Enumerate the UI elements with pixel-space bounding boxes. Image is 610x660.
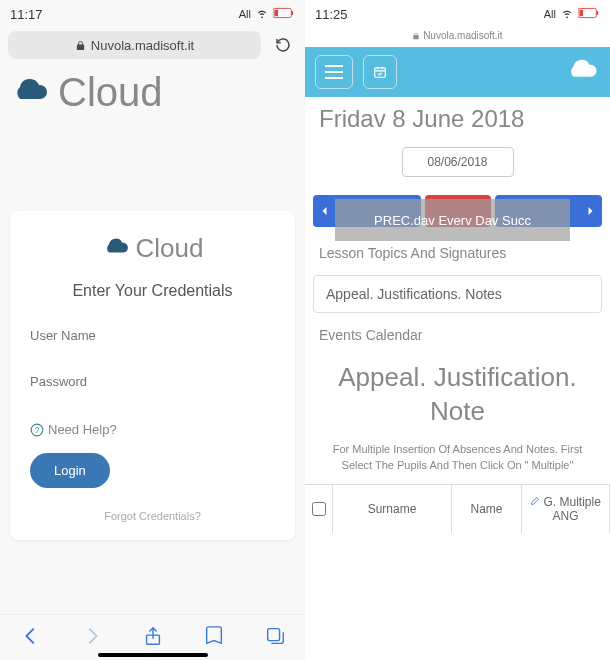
svg-rect-8 [596, 11, 598, 15]
col-surname[interactable]: Surname [333, 485, 452, 533]
url-text: Nuvola.madisoft.it [91, 38, 194, 53]
lock-icon [412, 32, 420, 40]
date-input[interactable] [402, 147, 514, 177]
calendar-button[interactable] [363, 55, 397, 89]
share-button[interactable] [142, 625, 164, 651]
status-time: 11:25 [315, 7, 348, 22]
select-all-checkbox[interactable] [305, 485, 333, 533]
battery-icon [273, 7, 295, 21]
calendar-check-icon [373, 65, 387, 79]
chevron-left-icon [20, 625, 42, 647]
share-icon [142, 625, 164, 647]
tabs-icon [264, 625, 286, 647]
arrow-right-icon [584, 205, 596, 217]
cloud-icon [564, 58, 600, 86]
date-title: Fridav 8 June 2018 [305, 97, 610, 147]
login-subtitle: Enter Your Credentials [30, 282, 275, 300]
today-button[interactable] [425, 195, 491, 227]
cloud-header: Cloud [0, 62, 305, 121]
browser-bar: Nuvola.madisoft.it [0, 28, 305, 62]
appeal-box[interactable]: Appeal. Justifications. Notes [313, 275, 602, 313]
svg-rect-1 [291, 11, 293, 15]
lock-icon [75, 40, 86, 51]
svg-rect-9 [579, 10, 583, 16]
col-multiple[interactable]: G. Multiple ANG [522, 485, 610, 533]
mini-url[interactable]: Nuvola.madisoft.it [305, 28, 610, 47]
url-box[interactable]: Nuvola.madisoft.it [8, 31, 261, 59]
status-carrier: All [544, 8, 556, 20]
pupils-table-header: Surname Name G. Multiple ANG [305, 484, 610, 533]
edit-icon [530, 496, 540, 506]
book-icon [203, 625, 225, 647]
svg-rect-10 [375, 68, 386, 77]
status-time: 11:17 [10, 7, 43, 22]
forgot-link[interactable]: Forgot Credentials? [30, 510, 275, 522]
status-bar: 11:17 All [0, 0, 305, 28]
back-button[interactable] [20, 625, 42, 651]
wifi-icon [255, 6, 269, 22]
reload-icon [274, 36, 292, 54]
login-title: Cloud [136, 233, 204, 264]
lesson-topics-link[interactable]: Lesson Topics And Signatures [305, 245, 610, 261]
svg-rect-2 [274, 10, 278, 16]
arrow-left-icon [319, 205, 331, 217]
status-bar: 11:25 All [305, 0, 610, 28]
help-link[interactable]: ? Need Help? [30, 422, 275, 437]
col-name[interactable]: Name [452, 485, 522, 533]
description: For Multiple Insertion Of Absences And N… [305, 441, 610, 474]
login-button[interactable]: Login [30, 453, 110, 488]
forward-button[interactable] [81, 625, 103, 651]
page-title: Cloud [58, 70, 163, 115]
login-card: Cloud Enter Your Credentials ? Need Help… [10, 211, 295, 540]
day-nav [305, 195, 610, 227]
wifi-icon [560, 6, 574, 22]
bookmarks-button[interactable] [203, 625, 225, 651]
cloud-icon [102, 237, 130, 261]
username-input[interactable] [30, 320, 275, 352]
password-input[interactable] [30, 366, 275, 398]
home-indicator [98, 653, 208, 657]
reload-button[interactable] [269, 31, 297, 59]
cloud-icon [10, 76, 50, 110]
chevron-right-icon [81, 625, 103, 647]
svg-rect-6 [267, 628, 279, 640]
prev-day-button[interactable] [313, 195, 421, 227]
events-calendar-link[interactable]: Events Calendar [305, 327, 610, 343]
top-nav [305, 47, 610, 97]
help-icon: ? [30, 423, 44, 437]
tabs-button[interactable] [264, 625, 286, 651]
menu-button[interactable] [315, 55, 353, 89]
battery-icon [578, 7, 600, 21]
svg-text:?: ? [35, 425, 40, 434]
next-day-button[interactable] [495, 195, 603, 227]
section-heading: Appeal. Justification. Note [305, 361, 610, 429]
status-carrier: All [239, 8, 251, 20]
